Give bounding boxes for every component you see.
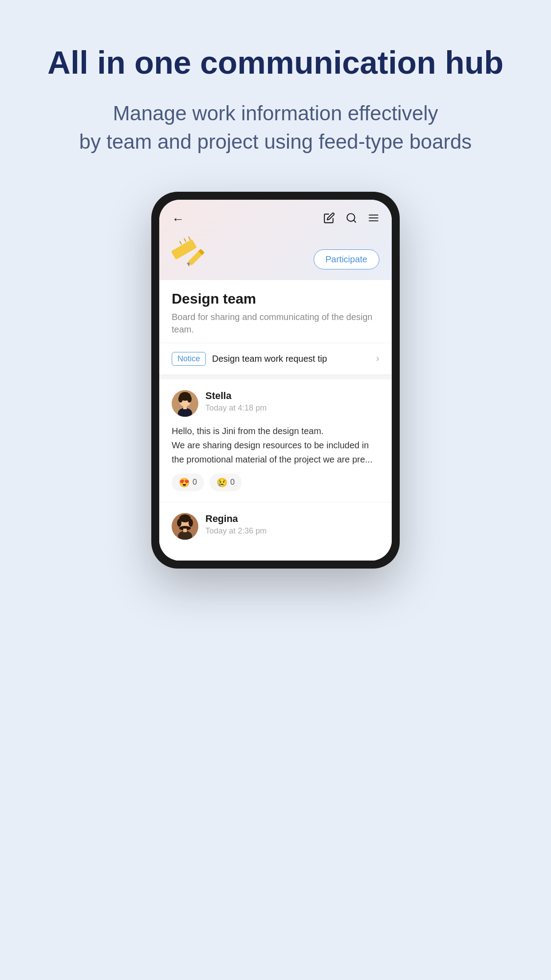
section-divider [159,375,392,379]
post-item: Stella Today at 4:18 pm Hello, this is J… [159,379,392,502]
team-description: Board for sharing and communicating of t… [172,311,379,336]
heart-eyes-emoji: 😍 [179,477,190,488]
page-headline: All in one communication hub [47,44,504,81]
avatar-2 [172,513,198,540]
reactions: 😍 0 😢 0 [172,474,379,491]
back-button[interactable]: ← [172,212,184,226]
svg-point-15 [178,395,183,403]
page-subtitle: Manage work information effectivelyby te… [79,99,472,156]
edit-icon[interactable] [323,212,335,227]
post-header-2: Regina Today at 2:36 pm [172,513,379,540]
reaction-count: 0 [193,478,197,487]
notice-text: Design team work request tip [212,354,376,364]
poster-name-2: Regina [205,513,267,525]
notice-bar[interactable]: Notice Design team work request tip › [159,343,392,375]
post-item-2: Regina Today at 2:36 pm [159,502,392,561]
reaction-count-2: 0 [230,478,235,487]
post-meta-2: Regina Today at 2:36 pm [205,513,267,536]
svg-point-22 [177,519,181,527]
nav-bar: ← [172,212,379,227]
team-emoji-icon [172,236,212,273]
svg-line-1 [354,220,356,222]
reaction-heart-eyes[interactable]: 😍 0 [172,474,204,491]
svg-point-16 [187,395,192,403]
menu-icon[interactable] [368,212,379,227]
svg-line-8 [189,237,190,240]
svg-line-6 [180,241,181,245]
post-content: Hello, this is Jini from the design team… [172,424,379,466]
phone-screen: ← [159,200,392,561]
team-info: Design team Board for sharing and commun… [159,280,392,343]
avatar [172,390,198,417]
post-time-2: Today at 2:36 pm [205,526,267,536]
phone-mockup: ← [151,192,400,569]
notice-badge: Notice [172,352,206,366]
svg-rect-26 [183,529,187,532]
reaction-crying[interactable]: 😢 0 [209,474,242,491]
phone-header: ← [159,200,392,280]
notice-chevron-icon: › [376,353,379,364]
poster-name: Stella [205,390,267,402]
post-meta: Stella Today at 4:18 pm [205,390,267,413]
nav-right-icons [323,212,379,227]
svg-line-7 [184,238,186,242]
post-time: Today at 4:18 pm [205,403,267,413]
team-icon-area: Participate [172,236,379,280]
crying-emoji: 😢 [216,477,228,488]
team-name: Design team [172,291,379,307]
post-header: Stella Today at 4:18 pm [172,390,379,417]
svg-point-23 [189,519,193,527]
svg-rect-18 [183,406,187,409]
search-icon[interactable] [346,212,357,227]
participate-button[interactable]: Participate [314,249,380,269]
